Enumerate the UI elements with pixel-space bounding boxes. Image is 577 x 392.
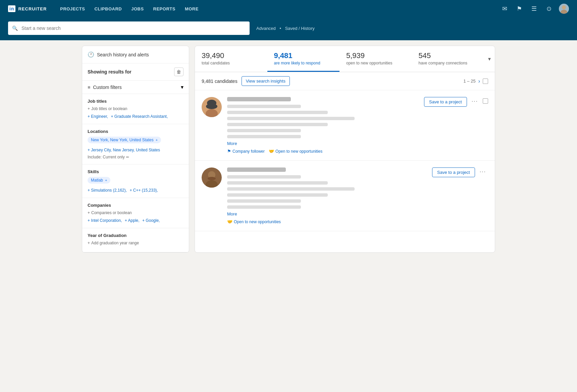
locations-label: Locations — [88, 129, 183, 134]
list-icon[interactable]: ☰ — [529, 4, 539, 13]
advanced-link[interactable]: Advanced — [256, 26, 276, 31]
history-clock-icon: 🕐 — [88, 51, 94, 58]
stat-likely-number: 9,481 — [274, 51, 333, 60]
help-icon[interactable]: ⊙ — [544, 4, 554, 13]
card-1-checkbox[interactable] — [483, 98, 488, 104]
graduation-add[interactable]: + Add graduation year range — [88, 241, 183, 245]
candidate-1-badge-follower[interactable]: ⚑ Company follower — [227, 149, 265, 154]
skill-tag-matlab-text: Matlab — [91, 178, 103, 183]
candidate-2-badge-open[interactable]: 🤝 Open to new opportunities — [227, 219, 281, 224]
candidate-1-more-link[interactable]: More — [227, 141, 419, 146]
flag-badge-icon: ⚑ — [227, 149, 231, 154]
graduation-label: Year of Graduation — [88, 233, 183, 238]
sidebar-results-row: Showing results for 🗑 — [82, 63, 189, 81]
search-input[interactable] — [8, 21, 250, 35]
main-layout: 🕐 Search history and alerts Showing resu… — [74, 40, 503, 258]
recruiter-label: RECRUITER — [18, 6, 47, 11]
open-opportunities-text-1: Open to new opportunities — [275, 149, 322, 154]
nav-icons: ✉ ⚑ ☰ ⊙ — [500, 4, 569, 14]
pagination-range: 1 – 25 — [464, 79, 476, 84]
save-to-project-button-2[interactable]: Save to a project — [432, 167, 475, 177]
sidebar-history-row: 🕐 Search history and alerts — [82, 46, 189, 63]
more-options-button-2[interactable]: ··· — [478, 167, 488, 176]
candidate-2-actions: Save to a project ··· — [432, 167, 488, 224]
nav-clipboard[interactable]: CLIPBOARD — [94, 6, 122, 11]
job-tag-graduate[interactable]: + Graduate Research Assistant, — [111, 114, 168, 119]
stat-total-label: total candidates — [202, 61, 261, 65]
stat-total-number: 39,490 — [202, 51, 261, 60]
stat-connections-number: 545 — [419, 51, 478, 60]
companies-label: Companies — [88, 203, 183, 208]
company-tag-intel[interactable]: + Intel Corporation, — [88, 218, 122, 223]
search-bar-section: 🔍 Advanced • Saved / History — [0, 17, 577, 40]
candidate-2-line-1 — [227, 175, 301, 179]
skill-tag-plus[interactable]: + — [105, 178, 107, 182]
nav-more[interactable]: MORE — [185, 6, 199, 11]
stat-tab-connections[interactable]: 545 have company connections — [412, 46, 484, 72]
location-tag-plus[interactable]: + — [156, 138, 158, 142]
companies-add[interactable]: + Companies or boolean — [88, 210, 183, 215]
candidate-1-info: More ⚑ Company follower 🤝 Open to new op… — [227, 97, 419, 154]
candidate-1-line-3 — [227, 117, 355, 120]
handshake-badge-icon-2: 🤝 — [227, 219, 232, 224]
stat-tab-total[interactable]: 39,490 total candidates — [195, 46, 267, 72]
nav-logo[interactable]: in RECRUITER — [8, 5, 47, 12]
open-opportunities-text-2: Open to new opportunities — [234, 219, 281, 224]
svg-point-7 — [206, 104, 217, 109]
avatar[interactable] — [559, 4, 569, 14]
candidate-card-1: More ⚑ Company follower 🤝 Open to new op… — [195, 90, 495, 161]
candidate-2-more-link[interactable]: More — [227, 211, 427, 216]
stat-tab-open[interactable]: 5,939 open to new opportunities — [339, 46, 412, 72]
select-all-checkbox[interactable] — [483, 79, 488, 84]
sidebar: 🕐 Search history and alerts Showing resu… — [82, 46, 189, 253]
candidate-1-badge-open[interactable]: 🤝 Open to new opportunities — [269, 149, 322, 154]
company-follower-text: Company follower — [232, 149, 265, 154]
job-titles-label: Job titles — [88, 99, 183, 104]
top-nav: in RECRUITER PROJECTS CLIPBOARD JOBS REP… — [0, 0, 577, 17]
skill-tag-simulations[interactable]: + Simulations (2,162), — [88, 188, 127, 193]
plus-icon: + — [88, 106, 90, 111]
filter-section-job-titles: Job titles + Job titles or boolean + Eng… — [82, 94, 189, 124]
pagination: 1 – 25 › — [464, 78, 488, 84]
stats-tabs: 39,490 total candidates 9,481 are more l… — [195, 46, 495, 72]
custom-filters-row[interactable]: ≡ Custom filters ▾ — [82, 81, 189, 94]
company-tag-apple[interactable]: + Apple, — [125, 218, 140, 223]
search-magnifier-icon: 🔍 — [12, 26, 18, 31]
candidate-2-info: More 🤝 Open to new opportunities — [227, 167, 427, 224]
location-tag-jersey[interactable]: + Jersey City, New Jersey, United States — [88, 148, 160, 152]
next-page-arrow[interactable]: › — [478, 78, 480, 84]
nav-jobs[interactable]: JOBS — [131, 6, 144, 11]
mail-icon[interactable]: ✉ — [500, 4, 509, 13]
job-tag-engineer[interactable]: + Engineer, — [88, 114, 108, 119]
include-label: Include: Current only — [88, 155, 125, 159]
graduation-placeholder: Add graduation year range — [91, 241, 139, 245]
results-header: 9,481 candidates View search insights 1 … — [195, 72, 495, 90]
expand-stats-button[interactable]: ▾ — [484, 46, 495, 72]
location-tag-ny[interactable]: New York, New York, United States + — [88, 137, 161, 143]
more-options-button-1[interactable]: ··· — [470, 97, 480, 106]
job-titles-placeholder: Job titles or boolean — [91, 106, 127, 111]
stat-tab-likely[interactable]: 9,481 are more likely to respond — [267, 46, 340, 72]
nav-reports[interactable]: REPORTS — [153, 6, 175, 11]
linkedin-logo-box: in — [8, 5, 15, 12]
saved-history-link[interactable]: Saved / History — [285, 26, 315, 31]
job-titles-add[interactable]: + Job titles or boolean — [88, 106, 183, 111]
candidate-2-line-4 — [227, 193, 328, 197]
nav-projects[interactable]: PROJECTS — [60, 6, 85, 11]
edit-icon[interactable]: ✏ — [126, 155, 129, 159]
filter-section-skills: Skills Matlab + + Simulations (2,162), +… — [82, 164, 189, 198]
candidate-2-line-5 — [227, 199, 301, 203]
trash-button[interactable]: 🗑 — [174, 67, 183, 76]
flag-icon[interactable]: ⚑ — [515, 4, 524, 13]
save-to-project-button-1[interactable]: Save to a project — [424, 97, 467, 107]
candidate-2-badges: 🤝 Open to new opportunities — [227, 219, 427, 224]
results-panel: 39,490 total candidates 9,481 are more l… — [195, 46, 495, 253]
custom-filters-label: Custom filters — [93, 85, 122, 90]
skill-tag-cpp[interactable]: + C++ (15,233), — [130, 188, 158, 193]
stat-likely-label: are more likely to respond — [274, 61, 333, 65]
view-insights-button[interactable]: View search insights — [242, 76, 290, 86]
skill-tag-matlab[interactable]: Matlab + — [88, 177, 110, 184]
candidate-card-2: More 🤝 Open to new opportunities Save to… — [195, 161, 495, 231]
candidate-1-badges: ⚑ Company follower 🤝 Open to new opportu… — [227, 149, 419, 154]
company-tag-google[interactable]: + Google, — [142, 218, 160, 223]
